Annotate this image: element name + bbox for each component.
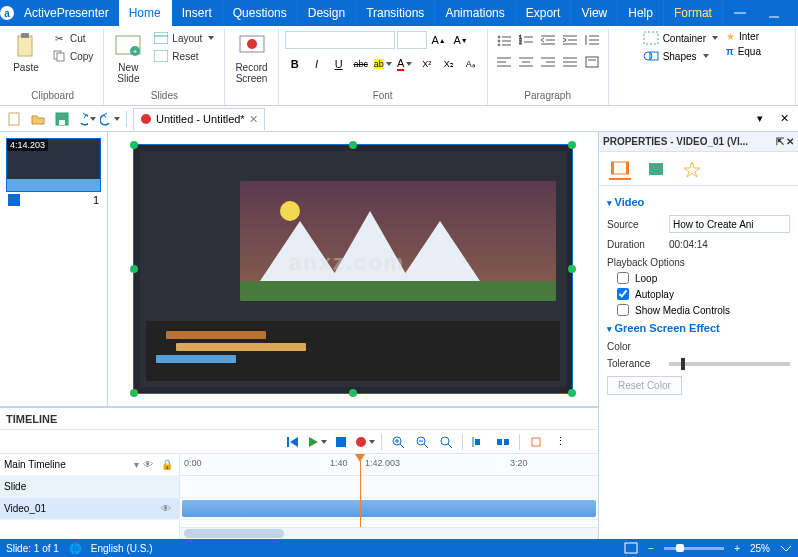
- zoom-slider-thumb[interactable]: [676, 544, 684, 552]
- insert-time-button[interactable]: [526, 432, 546, 452]
- loop-checkbox[interactable]: [617, 272, 629, 284]
- status-language[interactable]: English (U.S.): [91, 543, 153, 554]
- tab-view[interactable]: View: [571, 0, 618, 26]
- increase-font-button[interactable]: A▲: [429, 30, 449, 50]
- autoplay-checkbox-row[interactable]: Autoplay: [607, 286, 790, 302]
- record-screen-button[interactable]: Record Screen: [231, 30, 271, 86]
- superscript-button[interactable]: X²: [417, 54, 437, 74]
- props-tab-style[interactable]: [645, 158, 667, 180]
- autoplay-checkbox[interactable]: [617, 288, 629, 300]
- zoom-in-button[interactable]: [388, 432, 408, 452]
- panel-close-button[interactable]: ✕: [774, 109, 794, 129]
- zoom-slider[interactable]: [664, 547, 724, 550]
- zoom-in-status-button[interactable]: +: [734, 543, 740, 554]
- reset-color-button[interactable]: Reset Color: [607, 376, 682, 395]
- equation-button[interactable]: πEqua: [724, 45, 763, 58]
- subscript-button[interactable]: X₂: [439, 54, 459, 74]
- timeline-track-selector[interactable]: Main Timeline ▾ 👁 🔒: [0, 454, 179, 476]
- tolerance-slider[interactable]: [669, 362, 790, 366]
- props-tab-actions[interactable]: [681, 158, 703, 180]
- section-green-screen[interactable]: Green Screen Effect: [607, 318, 790, 338]
- align-left-button[interactable]: [494, 52, 514, 72]
- track-video[interactable]: Video_01👁: [0, 498, 179, 520]
- cut-button[interactable]: ✂Cut: [48, 30, 97, 46]
- tab-help[interactable]: Help: [618, 0, 664, 26]
- interaction-button[interactable]: ★Inter: [724, 30, 763, 43]
- scrollbar-thumb[interactable]: [184, 529, 284, 538]
- vertical-align-button[interactable]: [582, 52, 602, 72]
- show-controls-checkbox-row[interactable]: Show Media Controls: [607, 302, 790, 318]
- tab-transitions[interactable]: Transitions: [356, 0, 435, 26]
- resize-handle[interactable]: [349, 141, 357, 149]
- tab-home[interactable]: Home: [119, 0, 172, 26]
- open-button[interactable]: [28, 109, 48, 129]
- tab-design[interactable]: Design: [298, 0, 356, 26]
- resize-handle[interactable]: [568, 389, 576, 397]
- zoom-out-status-button[interactable]: −: [648, 543, 654, 554]
- track-slide[interactable]: Slide: [0, 476, 179, 498]
- align-right-button[interactable]: [538, 52, 558, 72]
- align-center-button[interactable]: [516, 52, 536, 72]
- new-doc-button[interactable]: [4, 109, 24, 129]
- resize-handle[interactable]: [130, 265, 138, 273]
- play-button[interactable]: [307, 432, 327, 452]
- new-slide-button[interactable]: + New Slide: [110, 30, 146, 86]
- bullets-button[interactable]: [494, 30, 514, 50]
- clear-format-button[interactable]: Aₐ: [461, 54, 481, 74]
- timeline-tracks-area[interactable]: 0:00 1:40 1:42.003 3:20: [180, 454, 598, 539]
- lock-icon[interactable]: 🔒: [161, 459, 175, 470]
- undo-button[interactable]: [76, 109, 96, 129]
- numbering-button[interactable]: 12: [516, 30, 536, 50]
- props-tab-media[interactable]: [609, 158, 631, 180]
- resize-handle[interactable]: [130, 389, 138, 397]
- panel-pin-button[interactable]: ⇱: [776, 136, 784, 147]
- shapes-button[interactable]: Shapes: [641, 48, 720, 64]
- resize-handle[interactable]: [568, 141, 576, 149]
- font-size-combo[interactable]: [397, 31, 427, 49]
- expand-button[interactable]: [780, 542, 792, 554]
- tab-export[interactable]: Export: [516, 0, 572, 26]
- strike-button[interactable]: abc: [351, 54, 371, 74]
- copy-button[interactable]: Copy: [48, 48, 97, 64]
- resize-handle[interactable]: [349, 389, 357, 397]
- document-tab[interactable]: Untitled - Untitled* ✕: [133, 108, 265, 130]
- video-clip[interactable]: [182, 500, 596, 517]
- eye-icon[interactable]: 👁: [143, 459, 157, 470]
- slide-track[interactable]: [180, 476, 598, 498]
- slide-thumbnail-1[interactable]: 4:14.203: [6, 138, 101, 192]
- tab-insert[interactable]: Insert: [172, 0, 223, 26]
- video-track[interactable]: [180, 498, 598, 520]
- timeline-ruler[interactable]: 0:00 1:40 1:42.003 3:20: [180, 454, 598, 476]
- record-audio-button[interactable]: [355, 432, 375, 452]
- line-spacing-button[interactable]: [582, 30, 602, 50]
- skip-start-button[interactable]: [283, 432, 303, 452]
- underline-button[interactable]: U: [329, 54, 349, 74]
- decrease-font-button[interactable]: A▼: [451, 30, 471, 50]
- resize-handle[interactable]: [568, 265, 576, 273]
- close-tab-button[interactable]: ✕: [249, 113, 258, 126]
- fit-view-button[interactable]: [624, 542, 638, 554]
- zoom-out-button[interactable]: [412, 432, 432, 452]
- font-family-combo[interactable]: [285, 31, 395, 49]
- layout-button[interactable]: Layout: [150, 30, 218, 46]
- increase-indent-button[interactable]: [560, 30, 580, 50]
- maximize-button[interactable]: [791, 0, 798, 26]
- video-object[interactable]: anxz.com: [133, 144, 573, 394]
- tab-questions[interactable]: Questions: [223, 0, 298, 26]
- slider-thumb[interactable]: [681, 358, 685, 370]
- redo-button[interactable]: [100, 109, 120, 129]
- source-input[interactable]: [669, 215, 790, 233]
- more-button[interactable]: ⋮: [550, 432, 570, 452]
- panel-menu-button[interactable]: ▾: [750, 109, 770, 129]
- container-button[interactable]: Container: [641, 30, 720, 46]
- split-button[interactable]: [493, 432, 513, 452]
- section-video[interactable]: Video: [607, 192, 790, 212]
- snap-button[interactable]: [469, 432, 489, 452]
- minimize-button[interactable]: [757, 0, 791, 26]
- stop-button[interactable]: [331, 432, 351, 452]
- reset-button[interactable]: Reset: [150, 48, 218, 64]
- eye-icon[interactable]: 👁: [161, 503, 175, 514]
- align-justify-button[interactable]: [560, 52, 580, 72]
- show-controls-checkbox[interactable]: [617, 304, 629, 316]
- options-button[interactable]: [723, 0, 757, 26]
